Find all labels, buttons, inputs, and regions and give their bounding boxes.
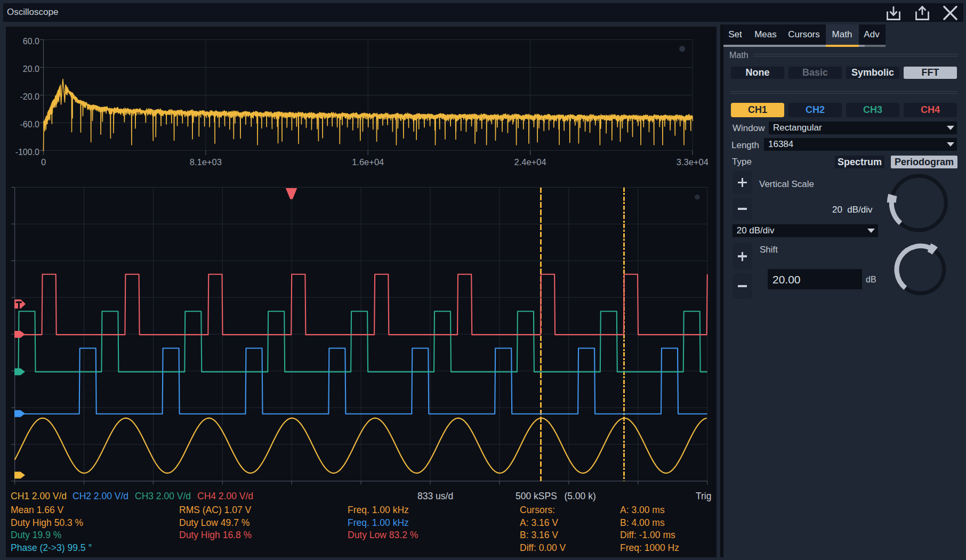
- svg-text:833 us/d: 833 us/d: [417, 491, 453, 501]
- svg-text:60.0: 60.0: [23, 37, 39, 46]
- svg-text:500 kSPS (5.00 k): 500 kSPS (5.00 k): [516, 491, 596, 501]
- svg-text:20.0: 20.0: [23, 64, 39, 74]
- svg-text:Duty Low 49.7 %: Duty Low 49.7 %: [179, 517, 249, 528]
- svg-text:RMS (AC) 1.07 V: RMS (AC) 1.07 V: [179, 505, 251, 515]
- svg-text:-100.0: -100.0: [15, 148, 39, 157]
- svg-text:Freq. 1.00 kHz: Freq. 1.00 kHz: [348, 517, 409, 528]
- svg-text:-20.0: -20.0: [20, 92, 40, 101]
- svg-text:Diff: 0.00 V: Diff: 0.00 V: [520, 542, 566, 553]
- svg-text:Freq. 1.00 kHz: Freq. 1.00 kHz: [348, 505, 409, 515]
- svg-text:Duty 19.9 %: Duty 19.9 %: [11, 530, 61, 540]
- svg-text:A: 3.00 ms: A: 3.00 ms: [620, 505, 665, 515]
- svg-text:Diff: -1.00 ms: Diff: -1.00 ms: [620, 530, 675, 540]
- svg-text:CH3 2.00 V/d: CH3 2.00 V/d: [135, 491, 191, 501]
- svg-text:CH2 2.00 V/d: CH2 2.00 V/d: [73, 491, 128, 501]
- svg-text:8.1e+03: 8.1e+03: [190, 157, 222, 167]
- svg-text:Mean 1.66 V: Mean 1.66 V: [11, 505, 64, 515]
- svg-text:-60.0: -60.0: [20, 120, 40, 129]
- svg-text:B: 3.16 V: B: 3.16 V: [520, 530, 558, 540]
- svg-text:Freq: 1000 Hz: Freq: 1000 Hz: [620, 542, 679, 553]
- svg-text:3.3e+04: 3.3e+04: [677, 157, 709, 167]
- svg-text:Trig: Trig: [696, 491, 712, 501]
- svg-text:B: 4.00 ms: B: 4.00 ms: [620, 517, 665, 528]
- svg-text:Cursors:: Cursors:: [520, 505, 555, 515]
- svg-text:CH1 2.00 V/d: CH1 2.00 V/d: [11, 491, 67, 501]
- svg-text:CH4 2.00 V/d: CH4 2.00 V/d: [197, 491, 253, 501]
- svg-text:1.6e+04: 1.6e+04: [352, 157, 384, 167]
- svg-text:A: 3.16 V: A: 3.16 V: [520, 517, 558, 528]
- svg-text:Phase (2->3) 99.5 °: Phase (2->3) 99.5 °: [11, 542, 92, 553]
- svg-text:Duty Low 83.2 %: Duty Low 83.2 %: [348, 530, 418, 540]
- svg-text:0: 0: [41, 157, 46, 167]
- svg-text:2.4e+04: 2.4e+04: [514, 157, 546, 167]
- svg-text:Duty High 50.3 %: Duty High 50.3 %: [11, 517, 83, 528]
- svg-text:Duty High 16.8 %: Duty High 16.8 %: [179, 530, 252, 540]
